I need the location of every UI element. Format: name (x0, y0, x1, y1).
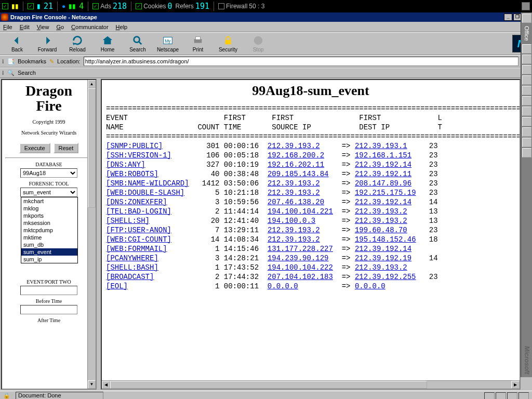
scroll-up-icon[interactable]: ▲ (88, 80, 96, 88)
search-tab[interactable]: Search (18, 70, 36, 76)
office-btn-10[interactable] (522, 138, 531, 147)
dest-ip-link[interactable]: 212.39.193.1 (355, 142, 407, 150)
source-ip-link[interactable]: 194.100.0.3 (268, 217, 315, 225)
sys-check-1[interactable]: ✓ (2, 3, 8, 9)
dropdown-item-sum_event[interactable]: sum_event (21, 248, 77, 256)
component-icon-1[interactable] (484, 392, 495, 400)
scroll-thumb[interactable] (88, 88, 96, 208)
dropdown-item-mkchart[interactable]: mkchart (21, 197, 77, 205)
event-link[interactable]: [DNS:ZONEXFER] (106, 198, 167, 206)
dropdown-item-mksession[interactable]: mksession (21, 219, 77, 227)
event-link[interactable]: [WEB:ROBOTS] (106, 170, 158, 178)
dest-ip-link[interactable]: 212.39.192.14 (355, 161, 411, 169)
office-btn-4[interactable] (522, 75, 531, 85)
source-ip-link[interactable]: 192.16.202.11 (268, 161, 324, 169)
bookmarks-icon[interactable]: 📑 (7, 58, 15, 65)
dest-ip-link[interactable]: 212.39.192.11 (355, 170, 411, 178)
office-btn-7[interactable] (522, 107, 531, 116)
event-link[interactable]: [WEB:FORMMAIL] (106, 245, 167, 253)
dest-ip-link[interactable]: 212.39.192.255 (355, 273, 416, 281)
ads-check[interactable]: ✓ (92, 3, 99, 9)
dest-ip-link[interactable]: 212.39.192.14 (355, 245, 411, 253)
source-ip-link[interactable]: 131.177.228.227 (268, 245, 333, 253)
bookmarks-label[interactable]: Bookmarks (18, 58, 46, 64)
event-link[interactable]: [EOL] (106, 282, 128, 290)
forward-button[interactable]: Forward (33, 35, 61, 52)
event-link[interactable]: [DNS:ANY] (106, 161, 145, 169)
search-button[interactable]: Search (124, 35, 152, 52)
drag-handle-icon-2[interactable]: ⁞ (2, 70, 4, 76)
office-btn-1[interactable] (522, 44, 531, 54)
event-link[interactable]: [SMB:NAME-WILDCARD] (106, 179, 189, 188)
source-ip-link[interactable]: 212.39.193.2 (268, 142, 320, 150)
dropdown-item-mklog[interactable]: mklog (21, 205, 77, 212)
cookies-check[interactable]: ✓ (136, 3, 142, 9)
source-ip-link[interactable]: 212.39.193.2 (268, 226, 320, 234)
source-ip-link[interactable]: 207.46.138.20 (268, 198, 324, 206)
dropdown-item-mktime[interactable]: mktime (21, 234, 77, 241)
source-ip-link[interactable]: 0.0.0.0 (268, 282, 298, 290)
reload-button[interactable]: Reload (63, 35, 91, 52)
source-ip-link[interactable]: 212.39.193.2 (268, 179, 320, 188)
source-ip-link[interactable]: 194.239.90.129 (268, 254, 329, 262)
source-ip-link[interactable]: 207.104.102.183 (268, 273, 333, 281)
scroll-right-icon[interactable]: ▶ (511, 381, 520, 389)
dest-ip-link[interactable]: 208.147.89.96 (355, 179, 411, 188)
dropdown-item-sum_db[interactable]: sum_db (21, 241, 77, 248)
dest-ip-link[interactable]: 212.39.193.2 (355, 263, 407, 272)
office-shortcut-bar[interactable]: Office Microsoft (521, 12, 532, 377)
event-link[interactable]: [SNMP:PUBLIC] (106, 142, 163, 150)
event-link[interactable]: [WEB:DOUBLE-SLASH] (106, 189, 184, 197)
event-link[interactable]: [TEL:BAD-LOGIN] (106, 207, 171, 216)
event-link[interactable]: [SHELL:BASH] (106, 263, 158, 272)
office-btn-11[interactable] (522, 148, 531, 157)
drag-handle-icon[interactable]: ⁞ (2, 58, 4, 65)
location-input[interactable] (84, 57, 518, 66)
execute-button[interactable]: Execute (19, 143, 50, 153)
dropdown-item-mktcpdump[interactable]: mktcpdump (21, 227, 77, 234)
scroll-down-icon[interactable]: ▼ (88, 380, 96, 389)
component-icon-4[interactable] (518, 392, 529, 400)
dropdown-item-mkports[interactable]: mkports (21, 212, 77, 219)
security-lock-icon[interactable]: 🔒 (3, 392, 10, 399)
dest-ip-link[interactable]: 0.0.0.0 (355, 282, 385, 290)
office-btn-8[interactable] (522, 117, 531, 126)
source-ip-link[interactable]: 194.100.104.222 (268, 263, 333, 272)
dest-ip-link[interactable]: 192.215.175.19 (355, 189, 416, 197)
event-link[interactable]: [FTP:USER-ANON] (106, 226, 171, 234)
source-ip-link[interactable]: 212.39.193.2 (268, 189, 320, 197)
office-btn-9[interactable] (522, 127, 531, 137)
database-select[interactable]: 99Aug18 (20, 168, 77, 178)
minimize-button[interactable]: _ (504, 14, 512, 21)
sys-check-2[interactable]: ✓ (28, 3, 34, 9)
office-btn-3[interactable] (522, 65, 531, 74)
menu-file[interactable]: File (3, 24, 12, 30)
before-time-input[interactable] (20, 305, 77, 314)
netscape-button[interactable]: MyNetscape (154, 35, 182, 52)
reset-button[interactable]: Reset (54, 143, 79, 153)
menu-communicator[interactable]: Communicator (71, 24, 109, 30)
office-btn-2[interactable] (522, 55, 531, 64)
sidebar-scrollbar[interactable]: ▲ ▼ (87, 80, 96, 389)
dest-ip-link[interactable]: 192.168.1.151 (355, 151, 411, 159)
eventport-input[interactable] (20, 286, 77, 295)
security-button[interactable]: Security (214, 35, 242, 52)
h-scroll-thumb[interactable] (110, 381, 427, 389)
component-icon-2[interactable] (496, 392, 506, 400)
print-button[interactable]: Print (184, 35, 212, 52)
forensic-tool-select[interactable]: sum_event (20, 188, 77, 197)
event-link[interactable]: [PCANYWHERE] (106, 254, 158, 262)
forensic-tool-dropdown[interactable]: mkchartmklogmkportsmksessionmktcpdumpmkt… (21, 197, 78, 263)
event-link[interactable]: [SHELL:SH] (106, 217, 150, 225)
main-h-scrollbar[interactable]: ◀ ▶ (102, 380, 520, 389)
trash-icon[interactable] (522, 2, 530, 10)
source-ip-link[interactable]: 192.168.200.2 (268, 151, 324, 159)
menu-help[interactable]: Help (116, 24, 128, 30)
dest-ip-link[interactable]: 212.39.192.14 (355, 198, 411, 206)
home-button[interactable]: Home (94, 35, 122, 52)
source-ip-link[interactable]: 209.185.143.84 (268, 170, 329, 178)
back-button[interactable]: Back (3, 35, 31, 52)
menu-go[interactable]: Go (56, 24, 64, 30)
event-link[interactable]: [SSH:VERSION-1] (106, 151, 171, 159)
event-link[interactable]: [BROADCAST] (106, 273, 154, 281)
